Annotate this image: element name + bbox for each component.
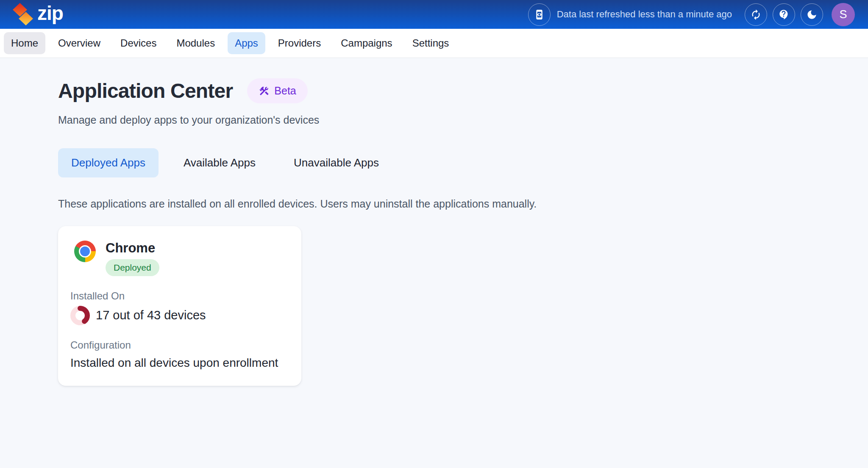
brand[interactable]: zip xyxy=(13,3,63,26)
page-subtitle: Manage and deploy apps to your organizat… xyxy=(58,114,868,126)
nav-item-modules[interactable]: Modules xyxy=(169,32,222,54)
nav-item-providers[interactable]: Providers xyxy=(271,32,328,54)
app-card-header: Chrome Deployed xyxy=(70,241,286,276)
app-name: Chrome xyxy=(106,241,159,256)
nav-item-devices[interactable]: Devices xyxy=(113,32,164,54)
tab-unavailable-apps[interactable]: Unavailable Apps xyxy=(281,148,392,177)
configuration-label: Configuration xyxy=(70,339,286,351)
tab-deployed-apps[interactable]: Deployed Apps xyxy=(58,148,159,177)
title-row: Application Center Beta xyxy=(58,78,868,103)
tools-icon xyxy=(259,86,270,97)
device-sync-button[interactable] xyxy=(528,3,551,26)
nav-item-overview[interactable]: Overview xyxy=(51,32,108,54)
nav-item-settings[interactable]: Settings xyxy=(405,32,456,54)
zip-logo-icon xyxy=(13,3,33,26)
installed-on-label: Installed On xyxy=(70,290,286,302)
device-code-icon xyxy=(534,9,545,20)
user-avatar[interactable]: S xyxy=(832,3,855,26)
primary-nav: Home Overview Devices Modules Apps Provi… xyxy=(0,29,868,58)
tab-available-apps[interactable]: Available Apps xyxy=(170,148,269,177)
app-title-block: Chrome Deployed xyxy=(106,241,159,276)
installed-on-row: 17 out of 43 devices xyxy=(70,306,286,325)
help-button[interactable] xyxy=(773,3,795,26)
brand-name: zip xyxy=(37,3,63,25)
beta-badge-label: Beta xyxy=(274,85,296,97)
header-actions: Data last refreshed less than a minute a… xyxy=(528,3,855,26)
app-header: zip Data last refreshed less than a minu… xyxy=(0,0,868,29)
data-refresh-status: Data last refreshed less than a minute a… xyxy=(528,3,732,26)
refresh-status-text: Data last refreshed less than a minute a… xyxy=(557,9,732,20)
main-content: Application Center Beta Manage and deplo… xyxy=(0,58,868,386)
app-card-chrome[interactable]: Chrome Deployed Installed On 17 out of 4… xyxy=(58,226,301,386)
moon-icon xyxy=(806,9,818,20)
installed-count-text: 17 out of 43 devices xyxy=(96,308,206,322)
status-badge: Deployed xyxy=(106,259,159,276)
page-title: Application Center xyxy=(58,79,233,102)
deployed-apps-description: These applications are installed on all … xyxy=(58,198,868,210)
apps-tabs: Deployed Apps Available Apps Unavailable… xyxy=(58,148,868,177)
install-progress-donut xyxy=(70,306,90,325)
nav-item-apps[interactable]: Apps xyxy=(228,32,265,54)
refresh-button[interactable] xyxy=(745,3,767,26)
help-icon xyxy=(778,9,790,20)
nav-item-home[interactable]: Home xyxy=(4,32,45,54)
chrome-logo-icon xyxy=(74,241,96,262)
configuration-value: Installed on all devices upon enrollment xyxy=(70,356,286,370)
nav-item-campaigns[interactable]: Campaigns xyxy=(334,32,399,54)
beta-badge: Beta xyxy=(247,78,307,103)
dark-mode-button[interactable] xyxy=(801,3,823,26)
refresh-icon xyxy=(750,9,762,20)
